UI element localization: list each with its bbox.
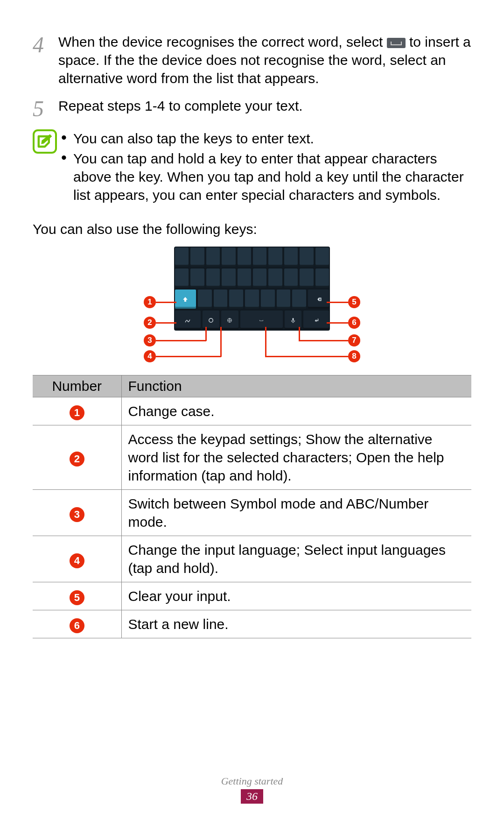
note-icon-wrap (33, 129, 58, 206)
keyboard-figure: 1 2 3 4 5 6 7 8 (33, 247, 471, 366)
table-row: 2Access the keypad settings; Show the al… (33, 425, 471, 490)
page-content: 4 When the device recognises the correct… (0, 0, 504, 638)
callout-3-lead-v (205, 327, 207, 341)
step-number: 5 (33, 97, 58, 120)
step-number: 4 (33, 33, 58, 87)
row-num: 3 (70, 507, 84, 522)
callout-5: 5 (348, 296, 360, 308)
shift-key-icon (175, 290, 196, 309)
keyboard-image (174, 247, 330, 331)
spacebar-key-icon (387, 38, 406, 48)
th-function: Function (121, 375, 471, 397)
row-func: Change the input language; Select input … (121, 536, 471, 582)
language-key-icon (221, 311, 238, 330)
step-4: 4 When the device recognises the correct… (33, 33, 471, 87)
step-5: 5 Repeat steps 1-4 to complete your text… (33, 97, 471, 120)
callout-4-lead-h (156, 356, 221, 357)
footer-section: Getting started (0, 775, 504, 787)
callout-3-lead-h (156, 340, 206, 341)
step-5-body: Repeat steps 1-4 to complete your text. (58, 97, 471, 120)
table-row: 3Switch between Symbol mode and ABC/Numb… (33, 490, 471, 536)
th-number: Number (33, 375, 121, 397)
table-row: 4Change the input language; Select input… (33, 536, 471, 582)
row-num: 2 (70, 452, 84, 467)
note-body: You can also tap the keys to enter text.… (58, 129, 471, 206)
callout-1: 1 (144, 296, 156, 308)
page-footer: Getting started 36 (0, 775, 504, 804)
step-4-text-a: When the device recognises the correct w… (58, 34, 387, 49)
callout-3: 3 (144, 334, 156, 346)
row-func: Access the keypad settings; Show the alt… (121, 425, 471, 490)
callout-1-lead (156, 302, 176, 303)
callout-7: 7 (348, 334, 360, 346)
row-num: 6 (70, 618, 84, 633)
note-bullet-1: You can also tap the keys to enter text. (61, 129, 471, 148)
backspace-key-icon (308, 290, 329, 309)
keys-intro: You can also use the following keys: (33, 220, 471, 238)
callout-8: 8 (348, 350, 360, 362)
row-func: Switch between Symbol mode and ABC/Numbe… (121, 490, 471, 536)
callout-4: 4 (144, 350, 156, 362)
callout-8-lead-v (265, 327, 266, 357)
callout-5-lead (327, 302, 348, 303)
spacebar-key (240, 311, 283, 330)
svg-rect-2 (293, 318, 294, 321)
table-row: 6Start a new line. (33, 610, 471, 638)
row-num: 1 (70, 405, 84, 420)
row-func: Change case. (121, 397, 471, 425)
callout-6-lead (327, 322, 348, 324)
function-table: Number Function 1Change case. 2Access th… (33, 375, 471, 638)
row-num: 4 (70, 553, 84, 568)
callout-6: 6 (348, 317, 360, 329)
row-num: 5 (70, 590, 84, 605)
table-row: 5Clear your input. (33, 582, 471, 610)
enter-key-icon (303, 311, 329, 330)
footer-page-number: 36 (241, 789, 263, 804)
callout-7-lead-v (299, 327, 300, 341)
callout-7-lead-h (299, 340, 348, 341)
callout-2: 2 (144, 317, 156, 329)
row-func: Start a new line. (121, 610, 471, 638)
callout-8-lead-h (265, 356, 348, 357)
callout-2-lead (156, 322, 176, 324)
row-func: Clear your input. (121, 582, 471, 610)
step-4-body: When the device recognises the correct w… (58, 33, 471, 87)
settings-key-icon (175, 311, 201, 330)
svg-point-0 (209, 318, 213, 322)
note-block: You can also tap the keys to enter text.… (33, 129, 471, 206)
callout-4-lead-v (220, 327, 222, 357)
note-bullet-2: You can tap and hold a key to enter that… (61, 149, 471, 204)
note-icon (33, 129, 57, 154)
table-row: 1Change case. (33, 397, 471, 425)
